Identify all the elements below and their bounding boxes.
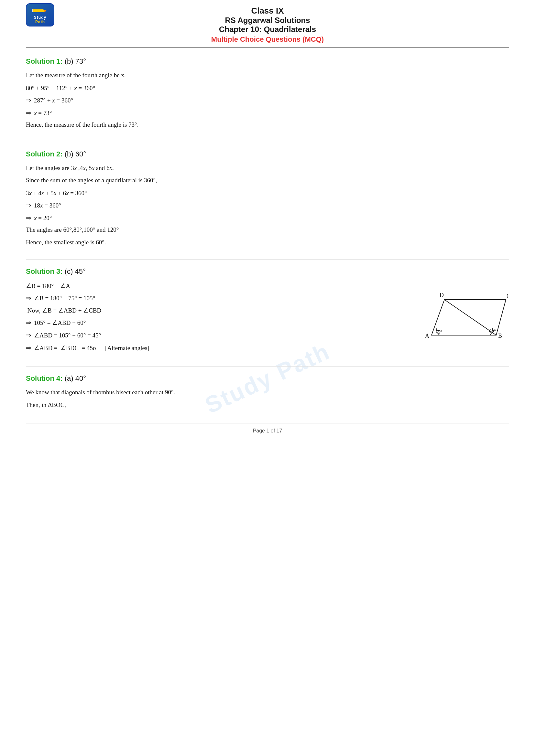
sol1-line4: ⇒ x = 73° bbox=[26, 107, 509, 119]
svg-rect-2 bbox=[32, 9, 33, 12]
solution-3-content: ∠B = 180° − ∠A ⇒ ∠B = 180° − 75° = 105° … bbox=[26, 280, 509, 355]
sol2-line3: 3x + 4x + 5x + 6x = 360° bbox=[26, 187, 509, 199]
sol3-line3: Now, ∠B = ∠ABD + ∠CBD bbox=[26, 305, 406, 316]
page-header: Study Path Class IX RS Aggarwal Solution… bbox=[26, 0, 509, 47]
solution-2-answer: (b) 60° bbox=[65, 150, 86, 158]
solution-1-label: Solution 1: bbox=[26, 57, 63, 65]
divider-2 bbox=[26, 259, 509, 259]
solution-3-answer: (c) 45° bbox=[65, 267, 86, 275]
solution-4-label: Solution 4: bbox=[26, 374, 63, 382]
svg-rect-0 bbox=[33, 9, 44, 12]
header-class: Class IX bbox=[26, 6, 509, 16]
sol3-line2: ⇒ ∠B = 180° − 75° = 105° bbox=[26, 292, 406, 304]
sol2-line6: The angles are 60°,80°,100° and 120° bbox=[26, 225, 509, 235]
logo-path-text: Path bbox=[35, 20, 45, 24]
solution-2-label: Solution 2: bbox=[26, 150, 63, 158]
logo-study-text: Study bbox=[34, 15, 46, 20]
logo: Study Path bbox=[26, 3, 55, 27]
solution-3-diagram: A B C D 75° 60° bbox=[419, 280, 509, 346]
solution-3-label: Solution 3: bbox=[26, 267, 63, 275]
svg-marker-1 bbox=[44, 9, 47, 12]
sol2-line2: Since the sum of the angles of a quadril… bbox=[26, 175, 509, 185]
solution-3-heading: Solution 3: (c) 45° bbox=[26, 267, 509, 276]
solution-2-block: Solution 2: (b) 60° Let the angles are 3… bbox=[26, 150, 509, 248]
sol3-line4: ⇒ 105° = ∠ABD + 60° bbox=[26, 317, 406, 329]
solution-1-block: Solution 1: (b) 73° Let the measure of t… bbox=[26, 57, 509, 130]
sol1-line1: Let the measure of the fourth angle be x… bbox=[26, 70, 509, 80]
solution-2-heading: Solution 2: (b) 60° bbox=[26, 150, 509, 158]
sol3-line5: ⇒∠ABD = 105° − 60° = 45° bbox=[26, 329, 406, 341]
sol1-line2: 80° + 95° + 112° + x = 360° bbox=[26, 82, 509, 94]
page-footer: Page 1 of 17 bbox=[26, 423, 509, 434]
sol2-line5: ⇒ x = 20° bbox=[26, 212, 509, 224]
solution-4-block: Solution 4: (a) 40° We know that diagona… bbox=[26, 374, 509, 410]
label-B: B bbox=[498, 333, 502, 339]
sol3-line1: ∠B = 180° − ∠A bbox=[26, 280, 406, 291]
sol3-line6: ⇒∠ABD = ∠BDC = 45o [Alternate angles] bbox=[26, 342, 406, 354]
sol2-line7: Hence, the smallest angle is 60°. bbox=[26, 237, 509, 248]
footer-text: Page 1 of 17 bbox=[253, 428, 282, 433]
sol2-line4: ⇒ 18x = 360° bbox=[26, 200, 509, 211]
label-A: A bbox=[425, 333, 429, 339]
solution-3-text-area: ∠B = 180° − ∠A ⇒ ∠B = 180° − 75° = 105° … bbox=[26, 280, 406, 355]
solution-1-answer: (b) 73° bbox=[65, 57, 86, 65]
header-chapter: Chapter 10: Quadrilaterals bbox=[26, 25, 509, 34]
sol4-line1: We know that diagonals of rhombus bisect… bbox=[26, 387, 509, 397]
label-D: D bbox=[439, 292, 444, 298]
label-C: C bbox=[507, 293, 509, 299]
solution-4-answer: (a) 40° bbox=[65, 374, 86, 382]
sol1-line5: Hence, the measure of the fourth angle i… bbox=[26, 120, 509, 130]
quadrilateral-diagram: A B C D 75° 60° bbox=[419, 280, 509, 345]
svg-line-4 bbox=[444, 300, 496, 335]
solution-1-heading: Solution 1: (b) 73° bbox=[26, 57, 509, 66]
solution-4-heading: Solution 4: (a) 40° bbox=[26, 374, 509, 383]
divider-3 bbox=[26, 366, 509, 366]
sol1-line3: ⇒ 287° + x = 360° bbox=[26, 94, 509, 106]
divider-1 bbox=[26, 142, 509, 142]
solution-3-block: Solution 3: (c) 45° ∠B = 180° − ∠A ⇒ ∠B … bbox=[26, 267, 509, 355]
sol2-line1: Let the angles are 3x ,4x, 5x and 6x. bbox=[26, 163, 509, 173]
header-subtitle: RS Aggarwal Solutions bbox=[26, 16, 509, 25]
sol4-line2: Then, in ΔBOC, bbox=[26, 400, 509, 410]
header-mcq: Multiple Choice Questions (MCQ) bbox=[26, 35, 509, 44]
